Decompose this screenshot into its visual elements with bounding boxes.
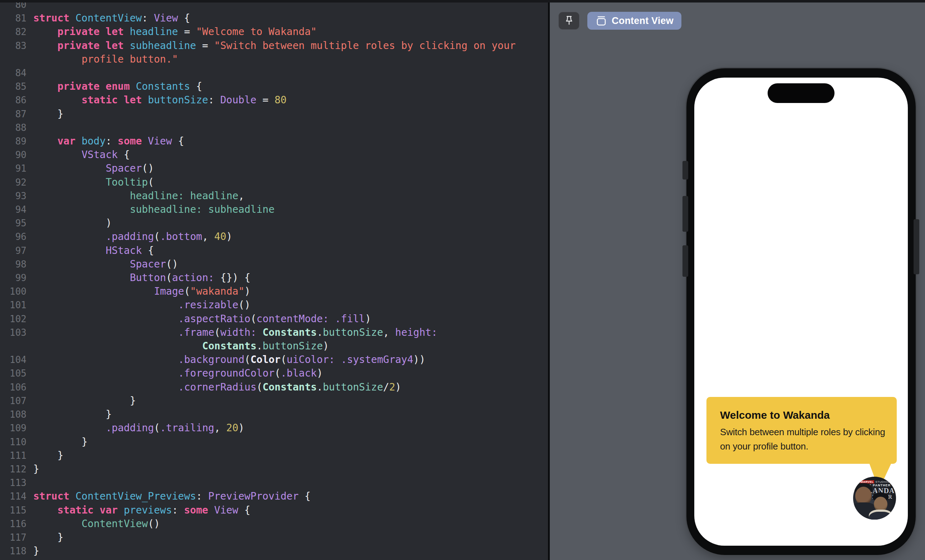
tooltip-body: Switch between multiple roles by clickin… bbox=[720, 425, 888, 453]
code-line[interactable]: 82private let headline = "Welcome to Wak… bbox=[0, 25, 548, 39]
line-number bbox=[0, 53, 27, 66]
line-number: 104 bbox=[0, 353, 27, 367]
person-two-jacket bbox=[869, 510, 892, 519]
line-number: 108 bbox=[0, 408, 27, 421]
code-line[interactable]: 93headline: headline, bbox=[0, 189, 548, 203]
code-editor[interactable]: 8081struct ContentView: View {82private … bbox=[0, 0, 548, 560]
line-number: 99 bbox=[0, 271, 27, 285]
code-line[interactable]: 105.foregroundColor(.black) bbox=[0, 367, 548, 380]
code-line[interactable]: 113 bbox=[0, 476, 548, 489]
code-line[interactable]: 110} bbox=[0, 435, 548, 449]
line-number: 105 bbox=[0, 367, 27, 380]
line-number: 91 bbox=[0, 162, 27, 175]
code-line[interactable]: 103.frame(width: Constants.buttonSize, h… bbox=[0, 326, 548, 339]
preview-canvas: Content View Welcome to Wakanda Switch b… bbox=[550, 0, 925, 560]
line-number: 89 bbox=[0, 134, 27, 148]
profile-avatar-button[interactable]: MARVEL STUDIOS BLACK PANTHER WAKANDA FOR… bbox=[853, 477, 896, 519]
code-line[interactable]: 111} bbox=[0, 449, 548, 462]
phone-screen: Welcome to Wakanda Switch between multip… bbox=[694, 78, 908, 546]
line-number: 90 bbox=[0, 148, 27, 162]
line-number: 117 bbox=[0, 531, 27, 544]
code-line[interactable]: 106.cornerRadius(Constants.buttonSize/2) bbox=[0, 381, 548, 394]
action-button bbox=[682, 161, 688, 179]
preview-button-label: Content View bbox=[612, 15, 673, 27]
line-number: 87 bbox=[0, 107, 27, 121]
code-line[interactable]: 86static let buttonSize: Double = 80 bbox=[0, 93, 548, 107]
volume-down-button bbox=[682, 245, 688, 277]
dynamic-island bbox=[768, 83, 835, 103]
line-number: 106 bbox=[0, 381, 27, 394]
content-view-preview-button[interactable]: Content View bbox=[588, 12, 681, 30]
view-container-icon bbox=[595, 15, 607, 27]
line-number: 102 bbox=[0, 312, 27, 326]
line-number: 116 bbox=[0, 517, 27, 531]
code-rows: 8081struct ContentView: View {82private … bbox=[0, 0, 548, 558]
code-line[interactable]: 109.padding(.trailing, 20) bbox=[0, 421, 548, 435]
line-number: 109 bbox=[0, 421, 27, 435]
iphone-preview-device: Welcome to Wakanda Switch between multip… bbox=[686, 68, 916, 555]
line-number: 84 bbox=[0, 66, 27, 80]
code-line[interactable]: 104.background(Color(uiColor: .systemGra… bbox=[0, 353, 548, 367]
line-number: 95 bbox=[0, 216, 27, 230]
line-number: 112 bbox=[0, 462, 27, 476]
code-line[interactable]: 115static var previews: some View { bbox=[0, 503, 548, 517]
code-line[interactable]: 98Spacer() bbox=[0, 257, 548, 271]
code-line[interactable]: 96.padding(.bottom, 40) bbox=[0, 230, 548, 244]
code-line[interactable]: 114struct ContentView_Previews: PreviewP… bbox=[0, 489, 548, 503]
code-line[interactable]: 88 bbox=[0, 121, 548, 134]
line-number: 107 bbox=[0, 394, 27, 408]
line-number: 98 bbox=[0, 257, 27, 271]
line-number: 81 bbox=[0, 11, 27, 25]
code-line[interactable]: 87} bbox=[0, 107, 548, 121]
code-line[interactable]: 117} bbox=[0, 531, 548, 544]
code-line[interactable]: 116ContentView() bbox=[0, 517, 548, 531]
code-line[interactable]: 102.aspectRatio(contentMode: .fill) bbox=[0, 312, 548, 326]
code-line[interactable]: 81struct ContentView: View { bbox=[0, 11, 548, 25]
line-number: 85 bbox=[0, 80, 27, 93]
code-line[interactable]: 85private enum Constants { bbox=[0, 80, 548, 93]
code-line[interactable]: 90VStack { bbox=[0, 148, 548, 162]
line-number: 103 bbox=[0, 326, 27, 339]
code-line[interactable]: 107} bbox=[0, 394, 548, 408]
code-line[interactable]: 92Tooltip( bbox=[0, 176, 548, 189]
line-number: 86 bbox=[0, 93, 27, 107]
line-number: 93 bbox=[0, 189, 27, 203]
code-line[interactable]: profile button." bbox=[0, 53, 548, 66]
power-button bbox=[914, 219, 919, 274]
line-number: 118 bbox=[0, 544, 27, 558]
code-line[interactable]: 83private let subheadline = "Switch betw… bbox=[0, 39, 548, 53]
volume-up-button bbox=[682, 196, 688, 232]
pin-preview-button[interactable] bbox=[558, 12, 580, 30]
line-number: 83 bbox=[0, 39, 27, 53]
line-number: 97 bbox=[0, 244, 27, 257]
pushpin-icon bbox=[563, 15, 575, 27]
code-line[interactable]: 97HStack { bbox=[0, 244, 548, 257]
window-top-edge bbox=[0, 0, 925, 3]
code-line[interactable]: 84 bbox=[0, 66, 548, 80]
line-number: 110 bbox=[0, 435, 27, 449]
code-line[interactable]: 94subheadline: subheadline bbox=[0, 203, 548, 216]
code-line[interactable]: 91Spacer() bbox=[0, 162, 548, 175]
line-number: 115 bbox=[0, 503, 27, 517]
line-number: 94 bbox=[0, 203, 27, 216]
line-number: 100 bbox=[0, 285, 27, 298]
code-line[interactable]: 99Button(action: {}) { bbox=[0, 271, 548, 285]
code-line[interactable]: 100Image("wakanda") bbox=[0, 285, 548, 298]
code-line[interactable]: Constants.buttonSize) bbox=[0, 339, 548, 353]
code-line[interactable]: 118} bbox=[0, 544, 548, 558]
code-line[interactable]: 108} bbox=[0, 408, 548, 421]
line-number: 114 bbox=[0, 489, 27, 503]
tooltip-title: Welcome to Wakanda bbox=[720, 409, 888, 421]
line-number: 92 bbox=[0, 176, 27, 189]
line-number: 101 bbox=[0, 298, 27, 312]
line-number: 82 bbox=[0, 25, 27, 39]
code-line[interactable]: 95) bbox=[0, 216, 548, 230]
code-line[interactable]: 112} bbox=[0, 462, 548, 476]
line-number: 111 bbox=[0, 449, 27, 462]
line-number bbox=[0, 339, 27, 353]
line-number: 113 bbox=[0, 476, 27, 489]
code-line[interactable]: 101.resizable() bbox=[0, 298, 548, 312]
code-line[interactable]: 89var body: some View { bbox=[0, 134, 548, 148]
line-number: 88 bbox=[0, 121, 27, 134]
tooltip-bubble: Welcome to Wakanda Switch between multip… bbox=[707, 397, 897, 464]
